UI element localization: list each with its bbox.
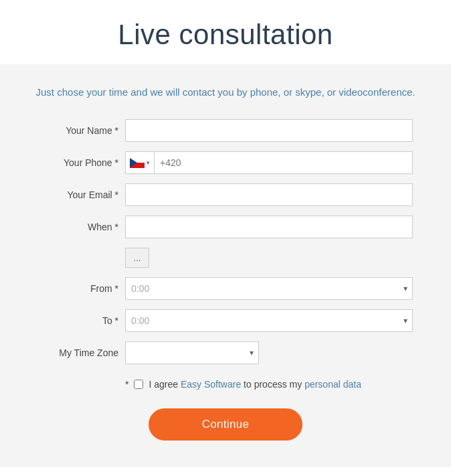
description-text: Just chose your time and we will contact… — [27, 84, 424, 100]
main-content: Just chose your time and we will contact… — [0, 64, 451, 467]
personal-data-link[interactable]: personal data — [304, 379, 361, 390]
czech-flag-icon — [130, 158, 145, 168]
to-select[interactable]: 0:00 — [125, 309, 413, 332]
to-select-wrapper: 0:00 ▾ — [125, 309, 413, 332]
agree-checkbox[interactable] — [134, 380, 143, 389]
checkbox-text: I agree Easy Software to process my pers… — [149, 378, 361, 392]
page-header: Live consultation — [0, 0, 451, 64]
email-label: Your Email * — [38, 189, 125, 200]
checkbox-required-star: * — [125, 378, 128, 390]
calendar-btn-row: ... — [38, 248, 413, 268]
timezone-row: My Time Zone ▾ — [38, 341, 413, 364]
easy-software-link[interactable]: Easy Software — [181, 379, 241, 390]
phone-label: Your Phone * — [38, 157, 125, 168]
name-label: Your Name * — [38, 125, 125, 136]
country-selector[interactable]: ▾ — [126, 152, 155, 173]
continue-button[interactable]: Continue — [149, 408, 302, 441]
to-row: To * 0:00 ▾ — [38, 309, 413, 332]
timezone-select-wrapper: ▾ — [125, 341, 259, 364]
when-label: When * — [38, 222, 125, 232]
phone-input[interactable] — [155, 157, 412, 168]
continue-btn-row: Continue — [38, 408, 413, 441]
timezone-select[interactable] — [125, 341, 259, 364]
email-row: Your Email * — [38, 183, 413, 206]
from-select[interactable]: 0:00 — [125, 277, 413, 300]
phone-container: ▾ — [125, 151, 413, 174]
form-container: Your Name * Your Phone * ▾ Your Email — [38, 119, 413, 441]
phone-row: Your Phone * ▾ — [38, 151, 413, 174]
when-input[interactable] — [125, 216, 413, 238]
checkbox-label[interactable]: I agree Easy Software to process my pers… — [134, 378, 361, 392]
from-row: From * 0:00 ▾ — [38, 277, 413, 300]
email-input[interactable] — [125, 183, 413, 206]
from-label: From * — [38, 283, 125, 294]
checkbox-row: * I agree Easy Software to process my pe… — [38, 378, 413, 392]
name-row: Your Name * — [38, 119, 413, 142]
flag-dropdown-arrow: ▾ — [147, 159, 150, 166]
page-title: Live consultation — [13, 19, 438, 51]
calendar-button[interactable]: ... — [125, 248, 149, 268]
name-input[interactable] — [125, 119, 413, 142]
to-label: To * — [38, 315, 125, 326]
when-row: When * — [38, 216, 413, 238]
timezone-label: My Time Zone — [38, 347, 125, 358]
from-select-wrapper: 0:00 ▾ — [125, 277, 413, 300]
